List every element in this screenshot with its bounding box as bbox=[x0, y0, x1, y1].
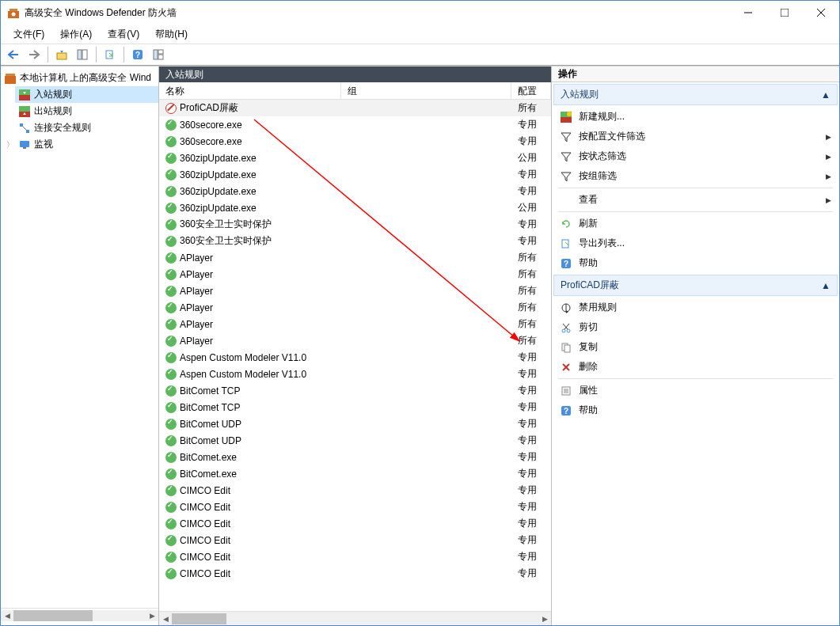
close-button[interactable] bbox=[803, 1, 839, 25]
show-hide-button[interactable] bbox=[73, 46, 92, 63]
rule-name: 360安全卫士实时保护 bbox=[180, 218, 272, 231]
menu-help[interactable]: 帮助(H) bbox=[149, 25, 194, 44]
table-row[interactable]: 360secore.exe专用 bbox=[159, 116, 551, 133]
table-row[interactable]: BitComet TCP专用 bbox=[159, 382, 551, 399]
tree-root[interactable]: 本地计算机 上的高级安全 Wind bbox=[1, 70, 158, 86]
separator-icon bbox=[558, 211, 833, 212]
forward-button[interactable] bbox=[25, 46, 44, 63]
allow-icon bbox=[165, 435, 177, 446]
table-row[interactable]: CIMCO Edit专用 bbox=[159, 565, 551, 582]
table-row[interactable]: 360zipUpdate.exe公用 bbox=[159, 150, 551, 166]
table-row[interactable]: APlayer所有 bbox=[159, 299, 551, 316]
action-copy[interactable]: 复制 bbox=[552, 337, 839, 357]
table-row[interactable]: BitComet.exe专用 bbox=[159, 465, 551, 482]
table-row[interactable]: APlayer所有 bbox=[159, 316, 551, 332]
svg-point-29 bbox=[567, 112, 572, 116]
rule-profile: 专用 bbox=[511, 218, 551, 231]
table-row[interactable]: APlayer所有 bbox=[159, 283, 551, 299]
maximize-button[interactable] bbox=[766, 1, 803, 25]
tree-panel: 本地计算机 上的高级安全 Wind 入站规则 出站规则 连接安全规则 〉 bbox=[1, 66, 159, 625]
rule-name: ProfiCAD屏蔽 bbox=[180, 101, 238, 115]
svg-rect-26 bbox=[23, 147, 26, 149]
table-row[interactable]: 360安全卫士实时保护专用 bbox=[159, 216, 551, 233]
tree-monitor[interactable]: 〉 监视 bbox=[15, 136, 158, 153]
connsec-icon bbox=[18, 122, 31, 135]
action-help[interactable]: ? 帮助 bbox=[552, 253, 839, 273]
tree-label: 监视 bbox=[34, 138, 53, 151]
action-cut[interactable]: 剪切 bbox=[552, 317, 839, 337]
action-filter-profile[interactable]: 按配置文件筛选 bbox=[552, 127, 839, 146]
action-refresh[interactable]: 刷新 bbox=[552, 214, 839, 233]
table-row[interactable]: 360zipUpdate.exe专用 bbox=[159, 183, 551, 199]
rule-profile: 专用 bbox=[511, 351, 551, 364]
section-inbound[interactable]: 入站规则 ▲ bbox=[553, 84, 838, 105]
table-row[interactable]: BitComet TCP专用 bbox=[159, 399, 551, 415]
action-label: 按状态筛选 bbox=[579, 150, 626, 163]
action-filter-state[interactable]: 按状态筛选 bbox=[552, 146, 839, 166]
action-delete[interactable]: 删除 bbox=[552, 357, 839, 377]
menu-file[interactable]: 文件(F) bbox=[7, 25, 51, 44]
col-name[interactable]: 名称 bbox=[159, 82, 341, 99]
table-row[interactable]: Aspen Custom Modeler V11.0专用 bbox=[159, 349, 551, 366]
panels-button[interactable] bbox=[149, 46, 168, 63]
table-row[interactable]: 360zipUpdate.exe专用 bbox=[159, 166, 551, 183]
svg-rect-4 bbox=[781, 9, 789, 17]
table-row[interactable]: CIMCO Edit专用 bbox=[159, 499, 551, 515]
rule-name: 360zipUpdate.exe bbox=[180, 169, 257, 180]
table-row[interactable]: 360zipUpdate.exe公用 bbox=[159, 199, 551, 216]
titlebar: 高级安全 Windows Defender 防火墙 bbox=[1, 1, 839, 25]
action-view[interactable]: 查看 bbox=[552, 190, 839, 210]
table-row[interactable]: 360secore.exe专用 bbox=[159, 133, 551, 150]
table-row[interactable]: Aspen Custom Modeler V11.0专用 bbox=[159, 366, 551, 382]
table-row[interactable]: ProfiCAD屏蔽所有 bbox=[159, 100, 551, 116]
action-filter-group[interactable]: 按组筛选 bbox=[552, 166, 839, 186]
rule-name: CIMCO Edit bbox=[180, 535, 230, 546]
svg-rect-9 bbox=[82, 50, 87, 59]
svg-rect-1 bbox=[10, 9, 17, 11]
action-disable[interactable]: 禁用规则 bbox=[552, 298, 839, 317]
help-button[interactable]: ? bbox=[128, 46, 147, 63]
table-row[interactable]: CIMCO Edit专用 bbox=[159, 548, 551, 565]
rule-name: APlayer bbox=[180, 302, 213, 313]
action-help[interactable]: ? 帮助 bbox=[552, 400, 839, 420]
action-properties[interactable]: 属性 bbox=[552, 381, 839, 400]
allow-icon bbox=[165, 136, 177, 147]
action-export[interactable]: 导出列表... bbox=[552, 233, 839, 253]
back-button[interactable] bbox=[4, 46, 23, 63]
help-icon: ? bbox=[560, 404, 572, 417]
allow-icon bbox=[165, 252, 177, 264]
table-row[interactable]: APlayer所有 bbox=[159, 266, 551, 283]
minimize-button[interactable] bbox=[730, 1, 766, 25]
action-new-rule[interactable]: 新建规则... bbox=[552, 107, 839, 127]
toolbar: ? bbox=[1, 44, 839, 66]
svg-rect-22 bbox=[20, 123, 23, 127]
table-row[interactable]: BitComet.exe专用 bbox=[159, 449, 551, 465]
tree-inbound[interactable]: 入站规则 bbox=[15, 86, 158, 103]
section-selected[interactable]: ProfiCAD屏蔽 ▲ bbox=[553, 275, 838, 296]
table-row[interactable]: BitComet UDP专用 bbox=[159, 432, 551, 449]
svg-text:?: ? bbox=[564, 407, 568, 415]
table-row[interactable]: CIMCO Edit专用 bbox=[159, 532, 551, 548]
tree-connsec[interactable]: 连接安全规则 bbox=[15, 120, 158, 136]
center-hscrollbar[interactable]: ◀ ▶ bbox=[159, 611, 551, 625]
svg-rect-21 bbox=[19, 106, 30, 112]
table-row[interactable]: 360安全卫士实时保护专用 bbox=[159, 233, 551, 249]
table-row[interactable]: CIMCO Edit专用 bbox=[159, 482, 551, 499]
up-button[interactable] bbox=[52, 46, 71, 63]
firewall-icon bbox=[4, 72, 17, 85]
rule-name: APlayer bbox=[180, 252, 213, 264]
export-button[interactable] bbox=[101, 46, 120, 63]
menu-action[interactable]: 操作(A) bbox=[54, 25, 98, 44]
tree-outbound[interactable]: 出站规则 bbox=[15, 103, 158, 120]
col-profile[interactable]: 配置文件 bbox=[511, 82, 551, 99]
col-group[interactable]: 组 bbox=[341, 82, 511, 99]
rule-profile: 专用 bbox=[511, 118, 551, 131]
table-row[interactable]: CIMCO Edit专用 bbox=[159, 515, 551, 532]
table-row[interactable]: BitComet UDP专用 bbox=[159, 415, 551, 432]
table-row[interactable]: APlayer所有 bbox=[159, 332, 551, 349]
rule-profile: 专用 bbox=[511, 434, 551, 447]
table-row[interactable]: APlayer所有 bbox=[159, 249, 551, 266]
chevron-right-icon[interactable]: 〉 bbox=[6, 139, 15, 150]
tree-hscrollbar[interactable]: ◀ ▶ bbox=[1, 608, 158, 622]
menu-view[interactable]: 查看(V) bbox=[101, 25, 146, 44]
